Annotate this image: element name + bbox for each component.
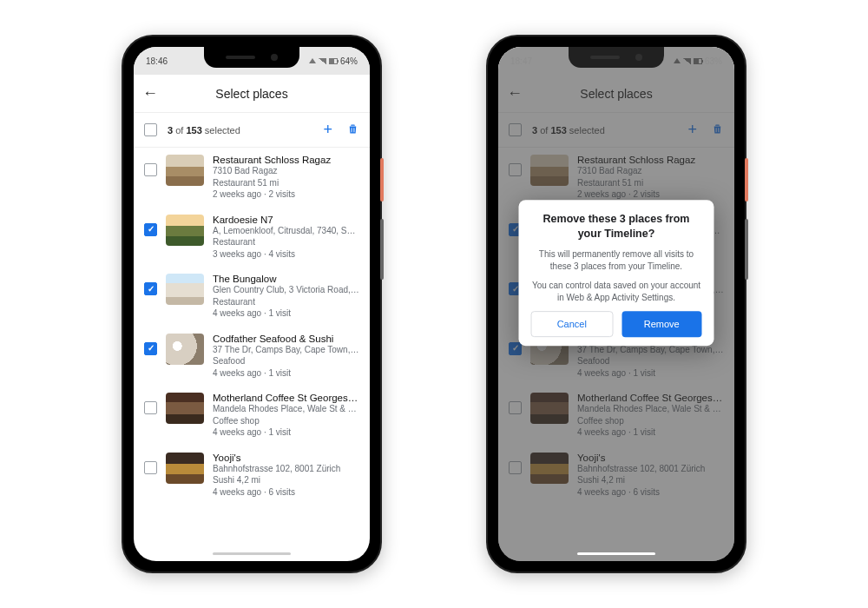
place-name: Kardoesie N7: [213, 215, 359, 225]
power-button: [380, 158, 384, 202]
status-time: 18:46: [146, 56, 168, 66]
place-name: The Bungalow: [213, 274, 359, 284]
place-thumbnail: [166, 453, 204, 484]
place-thumbnail: [166, 215, 204, 246]
place-meta: 4 weeks ago · 6 visits: [213, 486, 359, 499]
place-thumbnail: [166, 334, 204, 365]
place-info: Motherland Coffee St Georges…Mandela Rho…: [213, 393, 359, 439]
place-meta: 3 weeks ago · 4 visits: [213, 248, 359, 261]
signal-icon: [309, 58, 316, 63]
places-list: Restaurant Schloss Ragaz7310 Bad RagazRe…: [134, 148, 370, 545]
item-checkbox[interactable]: [144, 461, 157, 474]
screen: 18:46 64% ← Select places 3 of 153 selec…: [134, 47, 370, 561]
place-meta: 4 weeks ago · 1 visit: [213, 426, 359, 439]
place-name: Motherland Coffee St Georges…: [213, 393, 359, 403]
nav-bar: [134, 545, 370, 561]
place-meta: 2 weeks ago · 2 visits: [213, 188, 359, 201]
place-thumbnail: [166, 274, 204, 305]
item-checkbox[interactable]: [144, 342, 157, 355]
phone-right: 18:47 63% ← Select places 3 of 153 selec…: [486, 35, 746, 573]
place-address: Glen Country Club, 3 Victoria Road, Cli…: [213, 284, 359, 296]
list-item[interactable]: The BungalowGlen Country Club, 3 Victori…: [134, 267, 370, 327]
place-info: Kardoesie N7A, Lemoenkloof, Citrusdal, 7…: [213, 215, 359, 261]
place-info: Restaurant Schloss Ragaz7310 Bad RagazRe…: [213, 155, 359, 201]
battery-icon: [329, 58, 338, 64]
item-checkbox[interactable]: [144, 282, 157, 295]
place-name: Codfather Seafood & Sushi: [213, 334, 359, 344]
place-info: The BungalowGlen Country Club, 3 Victori…: [213, 274, 359, 320]
place-category: Coffee shop: [213, 415, 359, 427]
list-item[interactable]: Kardoesie N7A, Lemoenkloof, Citrusdal, 7…: [134, 208, 370, 268]
place-address: Bahnhofstrasse 102, 8001 Zürich: [213, 463, 359, 475]
place-category: Restaurant 51 mi: [213, 177, 359, 189]
notch: [204, 47, 299, 68]
nav-pill[interactable]: [577, 552, 655, 555]
place-name: Restaurant Schloss Ragaz: [213, 155, 359, 165]
item-checkbox[interactable]: [144, 401, 157, 414]
dialog-body-2: You can control data saved on your accou…: [531, 280, 702, 304]
volume-button: [745, 219, 748, 280]
item-checkbox[interactable]: [144, 163, 157, 176]
cancel-button[interactable]: Cancel: [531, 311, 614, 337]
status-right: 64%: [309, 56, 358, 66]
selection-bar: 3 of 153 selected +: [134, 113, 370, 148]
dialog-title: Remove these 3 places from your Timeline…: [531, 213, 702, 242]
battery-text: 64%: [340, 56, 358, 66]
place-thumbnail: [166, 155, 204, 186]
remove-dialog: Remove these 3 places from your Timeline…: [519, 201, 714, 347]
place-address: A, Lemoenkloof, Citrusdal, 7340, Sout…: [213, 225, 359, 237]
remove-button[interactable]: Remove: [621, 311, 702, 337]
place-category: Restaurant: [213, 296, 359, 308]
list-item[interactable]: Codfather Seafood & Sushi37 The Dr, Camp…: [134, 327, 370, 387]
list-item[interactable]: Yooji'sBahnhofstrasse 102, 8001 ZürichSu…: [134, 446, 370, 506]
select-all-checkbox[interactable]: [144, 123, 157, 136]
selection-text: 3 of 153 selected: [168, 125, 323, 135]
place-meta: 4 weeks ago · 1 visit: [213, 367, 359, 380]
place-info: Yooji'sBahnhofstrasse 102, 8001 ZürichSu…: [213, 453, 359, 499]
cell-icon: [319, 58, 326, 64]
add-icon[interactable]: +: [323, 121, 332, 139]
list-item[interactable]: Restaurant Schloss Ragaz7310 Bad RagazRe…: [134, 148, 370, 208]
delete-icon[interactable]: [346, 122, 359, 137]
app-header: ← Select places: [134, 75, 370, 113]
place-info: Codfather Seafood & Sushi37 The Dr, Camp…: [213, 334, 359, 380]
place-address: 7310 Bad Ragaz: [213, 165, 359, 177]
place-address: Mandela Rhodes Place, Wale St & Geo…: [213, 403, 359, 415]
modal-overlay: Remove these 3 places from your Timeline…: [498, 47, 734, 561]
phone-left: 18:46 64% ← Select places 3 of 153 selec…: [122, 35, 382, 573]
place-category: Restaurant: [213, 236, 359, 248]
place-thumbnail: [166, 393, 204, 424]
volume-button: [380, 219, 384, 280]
place-category: Seafood: [213, 355, 359, 367]
place-meta: 4 weeks ago · 1 visit: [213, 307, 359, 320]
place-category: Sushi 4,2 mi: [213, 474, 359, 486]
screen: 18:47 63% ← Select places 3 of 153 selec…: [498, 47, 734, 561]
page-title: Select places: [142, 87, 361, 101]
list-item[interactable]: Motherland Coffee St Georges…Mandela Rho…: [134, 386, 370, 446]
dialog-body-1: This will permanently remove all visits …: [531, 248, 702, 273]
power-button: [745, 158, 748, 202]
item-checkbox[interactable]: [144, 223, 157, 236]
nav-pill[interactable]: [213, 552, 291, 555]
place-name: Yooji's: [213, 453, 359, 463]
place-address: 37 The Dr, Camps Bay, Cape Town, 80…: [213, 344, 359, 356]
status-bar: 18:46 64%: [134, 47, 370, 75]
